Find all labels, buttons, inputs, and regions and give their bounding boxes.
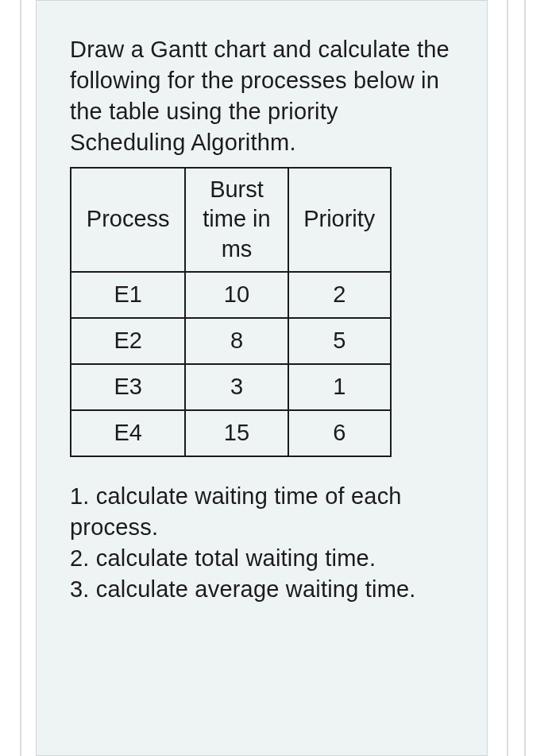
cell-burst: 8 (185, 318, 288, 364)
table-row: E4 15 6 (71, 410, 391, 456)
cell-process: E1 (71, 272, 185, 318)
cell-priority: 6 (288, 410, 392, 456)
question-prompt: Draw a Gantt chart and calculate the fol… (70, 34, 454, 159)
cell-process: E3 (71, 364, 185, 410)
cell-process: E2 (71, 318, 185, 364)
col-header-priority: Priority (288, 168, 392, 272)
table-header-row: Process Burst time in ms Priority (71, 168, 391, 272)
sub-questions: 1. calculate waiting time of each proces… (70, 481, 454, 606)
table-row: E2 8 5 (71, 318, 391, 364)
cell-burst: 3 (185, 364, 288, 410)
cell-burst: 10 (185, 272, 288, 318)
page-divider (524, 0, 526, 756)
cell-process: E4 (71, 410, 185, 456)
table-row: E1 10 2 (71, 272, 391, 318)
question-1: 1. calculate waiting time of each proces… (70, 481, 454, 543)
cell-priority: 1 (288, 364, 392, 410)
cell-burst: 15 (185, 410, 288, 456)
cell-priority: 5 (288, 318, 392, 364)
col-header-burst: Burst time in ms (185, 168, 288, 272)
col-header-process: Process (71, 168, 185, 272)
cell-priority: 2 (288, 272, 392, 318)
table-row: E3 3 1 (71, 364, 391, 410)
question-card: Draw a Gantt chart and calculate the fol… (36, 0, 488, 756)
question-3: 3. calculate average waiting time. (70, 574, 454, 605)
process-table: Process Burst time in ms Priority E1 10 … (70, 167, 392, 457)
question-2: 2. calculate total waiting time. (70, 543, 454, 574)
